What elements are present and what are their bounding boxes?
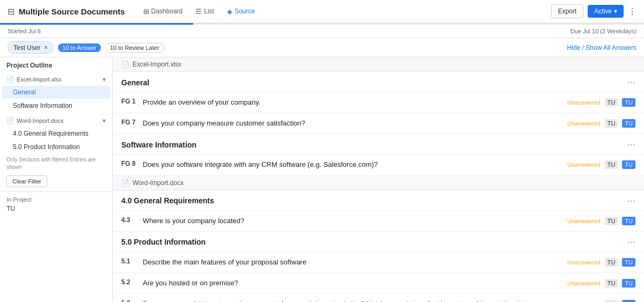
status-badge: Unanswered [567, 99, 601, 106]
tu-badge-1[interactable]: TU [605, 217, 618, 225]
header-kebab-icon[interactable]: ⋮ [628, 6, 636, 17]
chip-label: Test User [13, 44, 41, 51]
tu-badge-1[interactable]: TU [605, 300, 618, 302]
content-area: 📄 Excel-Import.xlsx General ⋯ FG 1 Provi… [113, 57, 644, 302]
tu-badge-2[interactable]: TU [622, 258, 635, 267]
collapse-icon-2: ▾ [103, 117, 106, 124]
file1-divider: 📄 Excel-Import.xlsx [113, 57, 644, 72]
tu-badge-1[interactable]: TU [605, 160, 618, 169]
table-row: 5.2 Are you hosted or on premise? Unansw… [113, 273, 644, 294]
review-count-badge: 10 to Review Later [105, 43, 164, 53]
clear-filter-button[interactable]: Clear Filter [6, 175, 47, 187]
in-project-label: In Project [6, 196, 106, 203]
table-row: 4.3 Where is your company located? Unans… [113, 211, 644, 232]
table-row: 5.1 Describe the main features of your p… [113, 252, 644, 273]
gen-req-kebab-icon[interactable]: ⋯ [627, 196, 635, 206]
tu-label: TU [6, 205, 106, 212]
sub-header: Started Jul 8 Due Jul 10 (2 Weekdays) [0, 25, 644, 38]
section-software-info: Software Information ⋯ [113, 134, 644, 154]
chevron-down-icon: ▾ [614, 8, 617, 15]
tu-badge-2[interactable]: TU [622, 300, 635, 302]
excel-file-icon: 📄 [6, 76, 14, 83]
status-badge: Unanswered [567, 280, 601, 286]
sidebar-bottom: In Project TU [0, 191, 112, 217]
sidebar: Project Outline 📄 Excel-Import.xlsx ▾ Ge… [0, 57, 113, 302]
tab-list[interactable]: ☰ List [190, 5, 219, 18]
user-filter-chip[interactable]: Test User × [8, 41, 54, 54]
answer-count-badge: 10 to Answer [58, 43, 101, 52]
word-file-icon: 📄 [6, 117, 14, 124]
dashboard-icon: ⊞ [143, 8, 149, 16]
started-label: Started Jul 8 [8, 28, 41, 34]
table-row: 5.3 Do you use any third-party services … [113, 294, 644, 302]
source-icon: ◈ [227, 8, 232, 16]
table-row: FG 7 Does your company measure customer … [113, 113, 644, 134]
app-title: Multiple Source Documents [19, 7, 125, 16]
tab-dashboard[interactable]: ⊞ Dashboard [138, 5, 188, 18]
filter-bar-left: Test User × 10 to Answer 10 to Review La… [8, 41, 164, 54]
tu-badge-2[interactable]: TU [622, 160, 635, 169]
file2-divider: 📄 Word-Import.docx [113, 176, 644, 190]
tu-badge-2[interactable]: TU [622, 217, 635, 225]
status-badge: Unanswered [567, 259, 601, 266]
sidebar-item-general[interactable]: General [2, 86, 110, 99]
chip-close-icon[interactable]: × [44, 43, 48, 51]
top-header: ⊟ Multiple Source Documents ⊞ Dashboard … [0, 0, 644, 23]
hide-show-answers[interactable]: Hide / Show All Answers [567, 44, 636, 51]
tu-badge-1[interactable]: TU [605, 258, 618, 267]
sidebar-file2-header[interactable]: 📄 Word-Import.docx ▾ [0, 113, 112, 127]
status-badge: Unanswered [567, 161, 601, 168]
sidebar-file1-header[interactable]: 📄 Excel-Import.xlsx ▾ [0, 71, 112, 85]
export-button[interactable]: Export [551, 4, 584, 18]
table-row: FG 1 Provide an overview of your company… [113, 92, 644, 113]
main-layout: Project Outline 📄 Excel-Import.xlsx ▾ Ge… [0, 57, 644, 302]
tu-badge-2[interactable]: TU [622, 279, 635, 288]
status-badge: Unanswered [567, 120, 601, 127]
tu-badge-1[interactable]: TU [605, 98, 618, 107]
section-general: General ⋯ [113, 72, 644, 92]
tu-badge-2[interactable]: TU [622, 119, 635, 128]
prod-info-kebab-icon[interactable]: ⋯ [627, 237, 635, 247]
header-left: ⊟ Multiple Source Documents ⊞ Dashboard … [8, 5, 260, 18]
file2-icon: 📄 [121, 179, 129, 187]
app-icon: ⊟ [8, 6, 14, 17]
tu-badge-1[interactable]: TU [605, 279, 618, 288]
tab-source[interactable]: ◈ Source [222, 5, 260, 18]
section-4-general-req: 4.0 General Requirements ⋯ [113, 190, 644, 211]
collapse-icon: ▾ [103, 76, 106, 83]
sidebar-item-software-info[interactable]: Software Information [2, 99, 110, 112]
list-icon: ☰ [195, 8, 202, 16]
general-kebab-icon[interactable]: ⋯ [627, 77, 635, 87]
filter-note: Only Sections with filtered Entries are … [0, 154, 112, 173]
active-button[interactable]: Active ▾ [588, 5, 624, 18]
section-5-product-info: 5.0 Product Information ⋯ [113, 232, 644, 252]
status-badge: Unanswered [567, 218, 601, 224]
tu-badge-2[interactable]: TU [622, 98, 635, 107]
software-kebab-icon[interactable]: ⋯ [627, 139, 635, 150]
sidebar-item-product-info[interactable]: 5.0 Product Information [2, 141, 110, 153]
show-all-link[interactable]: Show All Answers [586, 44, 636, 51]
header-right: Export Active ▾ ⋮ [551, 4, 636, 18]
tu-badge-1[interactable]: TU [605, 119, 618, 128]
outline-label: Project Outline [0, 57, 112, 71]
due-label: Due Jul 10 (2 Weekdays) [570, 28, 636, 34]
filter-bar: Test User × 10 to Answer 10 to Review La… [0, 38, 644, 57]
file1-icon: 📄 [121, 61, 129, 68]
nav-tabs: ⊞ Dashboard ☰ List ◈ Source [138, 5, 260, 18]
table-row: FG 8 Does your software integrate with a… [113, 154, 644, 175]
sidebar-item-general-req[interactable]: 4.0 General Requirements [2, 127, 110, 140]
